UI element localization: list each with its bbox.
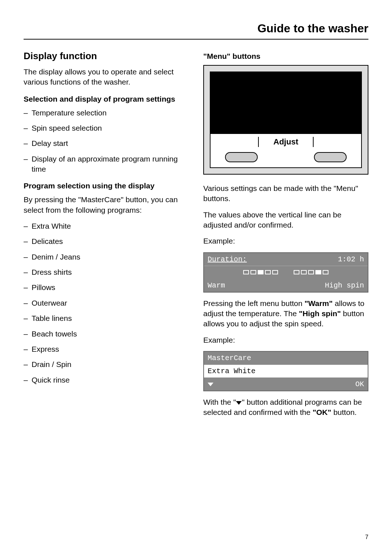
list-item: Delay start — [24, 138, 189, 148]
lcd1-explain: Pressing the left menu button "Warm" all… — [203, 298, 368, 329]
list-item: Display of an approximate program runnin… — [24, 154, 189, 175]
list-item: Outerwear — [24, 298, 189, 308]
menu-buttons-desc-2: The values above the vertical line can b… — [203, 210, 368, 230]
ok-label: OK — [355, 380, 364, 388]
vertical-bar-icon — [313, 137, 314, 147]
content-columns: Display function The display allows you … — [24, 50, 368, 424]
program-selection-heading: Program selection using the display — [24, 181, 189, 190]
example-label-2: Example: — [203, 335, 368, 345]
progress-seg-icon — [308, 270, 314, 274]
list-item: Express — [24, 344, 189, 354]
text: With the " — [203, 398, 236, 406]
progress-seg-icon — [265, 270, 271, 274]
menu-button-left[interactable] — [225, 152, 258, 162]
lcd2-row-3: OK — [204, 378, 368, 391]
warm-bold: "Warm" — [305, 299, 332, 307]
text: button. — [331, 408, 357, 416]
lcd1-top-row: Duration: 1:02 h — [204, 253, 368, 266]
illustration-panel: Adjust — [210, 72, 362, 168]
down-arrow-icon — [236, 401, 242, 405]
extra-white-label: Extra White — [208, 367, 256, 375]
progress-seg-icon — [258, 270, 264, 274]
text: Pressing the left menu button — [203, 299, 305, 307]
menu-buttons-desc-1: Various settings can be made with the "M… — [203, 183, 368, 204]
down-arrow-icon — [208, 383, 213, 386]
mastercare-label: MasterCare — [208, 354, 251, 362]
lcd-example-1: Duration: 1:02 h Warm High spin — [203, 252, 368, 293]
progress-seg-icon — [315, 270, 321, 274]
menu-buttons-heading: "Menu" buttons — [203, 52, 368, 61]
list-item: Quick rinse — [24, 375, 189, 385]
duration-label: Duration: — [208, 255, 247, 264]
list-item: Delicates — [24, 236, 189, 246]
list-item: Table linens — [24, 313, 189, 323]
program-selection-intro: By pressing the "MasterCare" button, you… — [24, 195, 189, 215]
example-label-1: Example: — [203, 236, 368, 246]
list-item: Extra White — [24, 221, 189, 231]
lcd-example-2: MasterCare Extra White OK — [203, 351, 368, 391]
menu-button-right[interactable] — [314, 152, 347, 162]
list-item: Beach towels — [24, 329, 189, 339]
left-column: Display function The display allows you … — [24, 50, 189, 424]
progress-seg-icon — [323, 270, 328, 274]
settings-list: Temperature selection Spin speed selecti… — [24, 108, 189, 175]
warm-label: Warm — [208, 281, 225, 290]
list-item: Spin speed selection — [24, 123, 189, 133]
progress-seg-icon — [272, 270, 278, 274]
adjust-label: Adjust — [273, 137, 298, 147]
progress-seg-icon — [243, 270, 249, 274]
duration-value: 1:02 h — [338, 255, 364, 264]
lcd2-row-2: Extra White — [204, 364, 368, 378]
list-item: Dress shirts — [24, 267, 189, 277]
progress-seg-icon — [250, 270, 256, 274]
lcd2-row-1: MasterCare — [204, 352, 368, 364]
page-number: 7 — [365, 534, 368, 540]
right-column: "Menu" buttons Adjust Various settings c… — [203, 50, 368, 424]
adjust-row: Adjust — [211, 134, 361, 150]
list-item: Temperature selection — [24, 108, 189, 118]
lcd1-bottom-row: Warm High spin — [204, 279, 368, 292]
high-spin-label: High spin — [325, 281, 364, 290]
progress-seg-icon — [294, 270, 299, 274]
menu-buttons-illustration: Adjust — [203, 65, 368, 175]
list-item: Denim / Jeans — [24, 252, 189, 262]
display-function-heading: Display function — [24, 50, 189, 62]
high-spin-bold: "High spin" — [299, 309, 341, 318]
selection-settings-heading: Selection and display of program setting… — [24, 95, 189, 103]
page-title: Guide to the washer — [24, 22, 368, 40]
display-function-intro: The display allows you to operate and se… — [24, 67, 189, 87]
menu-buttons-row — [211, 150, 361, 167]
lcd2-explain: With the "" button additional programs c… — [203, 397, 368, 418]
display-screen — [211, 72, 361, 134]
list-item: Drain / Spin — [24, 359, 189, 370]
programs-list: Extra White Delicates Denim / Jeans Dres… — [24, 221, 189, 385]
lcd1-progress-row — [204, 266, 368, 279]
list-item: Pillows — [24, 282, 189, 293]
ok-bold: "OK" — [313, 408, 331, 416]
progress-seg-icon — [301, 270, 307, 274]
vertical-bar-icon — [258, 137, 259, 147]
